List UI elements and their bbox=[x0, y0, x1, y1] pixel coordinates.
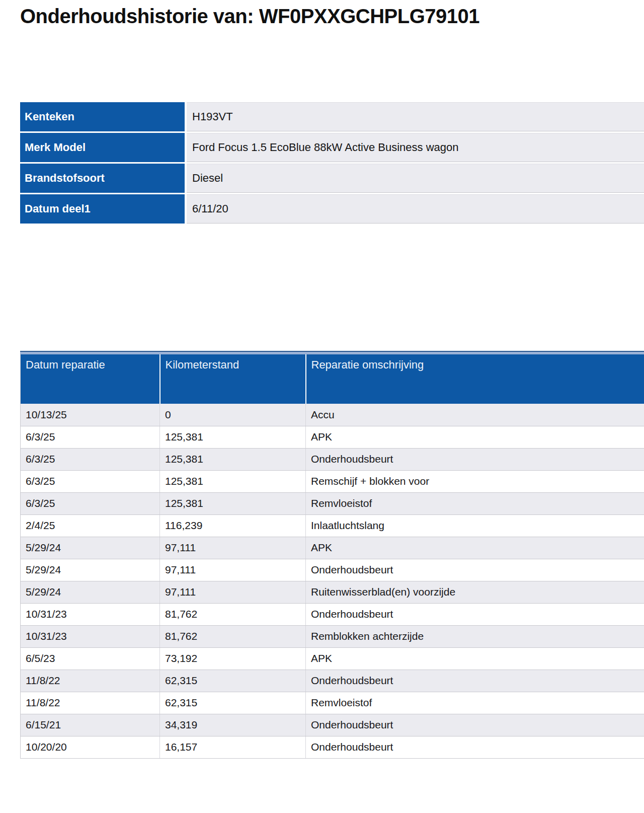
cell-kilometerstand: 16,157 bbox=[160, 736, 306, 758]
cell-omschrijving: Onderhoudsbeurt bbox=[306, 559, 644, 581]
cell-datum: 6/15/21 bbox=[21, 714, 160, 736]
page-title: Onderhoudshistorie van: WF0PXXGCHPLG7910… bbox=[20, 5, 479, 28]
table-row: 6/3/25 125,381 APK bbox=[21, 426, 644, 448]
cell-omschrijving: Ruitenwisserblad(en) voorzijde bbox=[306, 581, 644, 603]
cell-kilometerstand: 81,762 bbox=[160, 625, 306, 647]
info-label-datum-deel1: Datum deel1 bbox=[20, 194, 185, 224]
cell-omschrijving: Onderhoudsbeurt bbox=[306, 714, 644, 736]
cell-datum: 6/3/25 bbox=[21, 492, 160, 514]
cell-kilometerstand: 125,381 bbox=[160, 492, 306, 514]
info-value-datum-deel1: 6/11/20 bbox=[187, 194, 644, 224]
cell-omschrijving: Onderhoudsbeurt bbox=[306, 448, 644, 470]
header-row: Datum reparatie Kilometerstand Reparatie… bbox=[21, 354, 644, 404]
cell-datum: 11/8/22 bbox=[21, 670, 160, 692]
cell-omschrijving: APK bbox=[306, 426, 644, 448]
cell-omschrijving: Onderhoudsbeurt bbox=[306, 603, 644, 625]
table-row: 2/4/25 116,239 Inlaatluchtslang bbox=[21, 514, 644, 537]
cell-omschrijving: Onderhoudsbeurt bbox=[306, 736, 644, 758]
table-row: 5/29/24 97,111 Onderhoudsbeurt bbox=[21, 559, 644, 581]
info-value-kenteken: H193VT bbox=[187, 102, 644, 131]
cell-datum: 6/5/23 bbox=[21, 647, 160, 670]
cell-datum: 6/3/25 bbox=[21, 448, 160, 470]
cell-datum: 5/29/24 bbox=[21, 537, 160, 559]
table-row: 6/3/25 125,381 Onderhoudsbeurt bbox=[21, 448, 644, 470]
table-row: 6/3/25 125,381 Remvloeistof bbox=[21, 492, 644, 514]
cell-datum: 2/4/25 bbox=[21, 514, 160, 537]
table-row: 5/29/24 97,111 APK bbox=[21, 537, 644, 559]
info-label-brandstofsoort: Brandstofsoort bbox=[20, 164, 185, 193]
maintenance-history-page: { "page": { "title": "Onderhoudshistorie… bbox=[0, 0, 644, 813]
table-row: 10/31/23 81,762 Remblokken achterzijde bbox=[21, 625, 644, 647]
cell-datum: 6/3/25 bbox=[21, 470, 160, 492]
cell-datum: 10/31/23 bbox=[21, 625, 160, 647]
cell-kilometerstand: 62,315 bbox=[160, 670, 306, 692]
cell-datum: 5/29/24 bbox=[21, 581, 160, 603]
cell-datum: 10/13/25 bbox=[21, 404, 160, 426]
cell-omschrijving: Inlaatluchtslang bbox=[306, 514, 644, 537]
table-row: 10/20/20 16,157 Onderhoudsbeurt bbox=[21, 736, 644, 758]
table-row: 5/29/24 97,111 Ruitenwisserblad(en) voor… bbox=[21, 581, 644, 603]
info-row-merk-model: Merk Model Ford Focus 1.5 EcoBlue 88kW A… bbox=[20, 133, 644, 162]
table-row: 10/13/25 0 Accu bbox=[21, 404, 644, 426]
cell-datum: 11/8/22 bbox=[21, 692, 160, 714]
repair-history-table: Datum reparatie Kilometerstand Reparatie… bbox=[20, 354, 644, 759]
cell-omschrijving: Remvloeistof bbox=[306, 492, 644, 514]
table-row: 6/15/21 34,319 Onderhoudsbeurt bbox=[21, 714, 644, 736]
cell-kilometerstand: 116,239 bbox=[160, 514, 306, 537]
cell-datum: 10/31/23 bbox=[21, 603, 160, 625]
cell-kilometerstand: 97,111 bbox=[160, 581, 306, 603]
repair-history-section: Datum reparatie Kilometerstand Reparatie… bbox=[20, 351, 644, 759]
info-row-brandstofsoort: Brandstofsoort Diesel bbox=[20, 164, 644, 193]
table-row: 6/5/23 73,192 APK bbox=[21, 647, 644, 670]
cell-kilometerstand: 125,381 bbox=[160, 470, 306, 492]
vehicle-info-table: Kenteken H193VT Merk Model Ford Focus 1.… bbox=[20, 102, 644, 225]
info-value-merk-model: Ford Focus 1.5 EcoBlue 88kW Active Busin… bbox=[187, 133, 644, 162]
cell-omschrijving: APK bbox=[306, 647, 644, 670]
info-value-brandstofsoort: Diesel bbox=[187, 164, 644, 193]
column-header-reparatie-omschrijving: Reparatie omschrijving bbox=[306, 354, 644, 404]
cell-kilometerstand: 125,381 bbox=[160, 426, 306, 448]
cell-kilometerstand: 125,381 bbox=[160, 448, 306, 470]
cell-kilometerstand: 73,192 bbox=[160, 647, 306, 670]
info-label-kenteken: Kenteken bbox=[20, 102, 185, 131]
table-row: 10/31/23 81,762 Onderhoudsbeurt bbox=[21, 603, 644, 625]
cell-omschrijving: APK bbox=[306, 537, 644, 559]
column-header-datum-reparatie: Datum reparatie bbox=[21, 354, 160, 404]
cell-kilometerstand: 34,319 bbox=[160, 714, 306, 736]
column-header-kilometerstand: Kilometerstand bbox=[160, 354, 306, 404]
cell-datum: 5/29/24 bbox=[21, 559, 160, 581]
info-label-merk-model: Merk Model bbox=[20, 133, 185, 162]
cell-kilometerstand: 97,111 bbox=[160, 537, 306, 559]
cell-datum: 6/3/25 bbox=[21, 426, 160, 448]
cell-omschrijving: Remvloeistof bbox=[306, 692, 644, 714]
cell-omschrijving: Onderhoudsbeurt bbox=[306, 670, 644, 692]
cell-datum: 10/20/20 bbox=[21, 736, 160, 758]
table-row: 11/8/22 62,315 Onderhoudsbeurt bbox=[21, 670, 644, 692]
cell-omschrijving: Remblokken achterzijde bbox=[306, 625, 644, 647]
table-row: 6/3/25 125,381 Remschijf + blokken voor bbox=[21, 470, 644, 492]
cell-omschrijving: Accu bbox=[306, 404, 644, 426]
info-row-kenteken: Kenteken H193VT bbox=[20, 102, 644, 131]
cell-omschrijving: Remschijf + blokken voor bbox=[306, 470, 644, 492]
cell-kilometerstand: 81,762 bbox=[160, 603, 306, 625]
info-row-datum-deel1: Datum deel1 6/11/20 bbox=[20, 194, 644, 224]
cell-kilometerstand: 62,315 bbox=[160, 692, 306, 714]
cell-kilometerstand: 0 bbox=[160, 404, 306, 426]
table-row: 11/8/22 62,315 Remvloeistof bbox=[21, 692, 644, 714]
cell-kilometerstand: 97,111 bbox=[160, 559, 306, 581]
